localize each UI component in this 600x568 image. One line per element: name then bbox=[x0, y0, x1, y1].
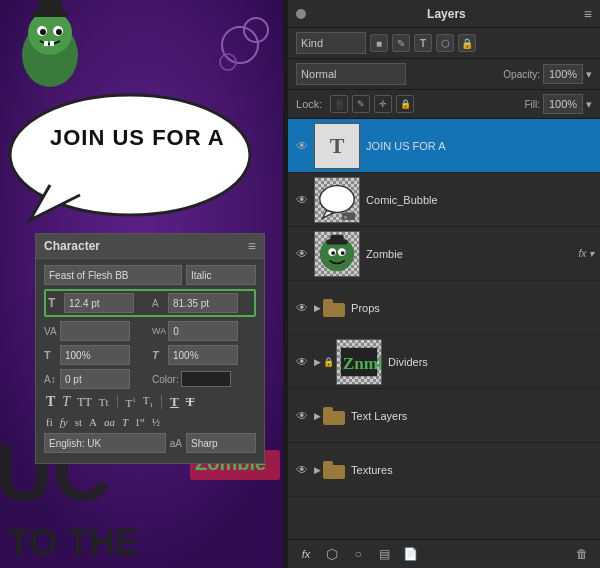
text-layers-expand-icon[interactable]: ▶ bbox=[314, 411, 321, 421]
create-new-icon[interactable]: 📄 bbox=[400, 544, 420, 564]
layer-visibility-join-us[interactable]: 👁 bbox=[294, 138, 310, 154]
sharpening-select[interactable]: Sharp bbox=[186, 433, 256, 453]
leading-group: A 81.35 pt bbox=[152, 293, 252, 313]
layer-textures[interactable]: 👁 ▶ Textures bbox=[288, 443, 600, 497]
layer-name-zombie: Zombie bbox=[366, 248, 574, 260]
filter-text-icon[interactable]: T bbox=[414, 34, 432, 52]
delete-layer-icon[interactable]: 🗑 bbox=[572, 544, 592, 564]
svg-point-11 bbox=[40, 29, 46, 35]
tracking-icon: VA bbox=[44, 326, 58, 337]
kerning-select[interactable]: 0 bbox=[168, 321, 238, 341]
vertical-scale-select[interactable]: 100% bbox=[60, 345, 130, 365]
ligature-buttons: fi fy st A aa T 1st ½ bbox=[44, 415, 256, 429]
text-layers-folder-icon bbox=[323, 407, 345, 425]
layer-zombie[interactable]: 👁 Zombie fx ▾ bbox=[288, 227, 600, 281]
baseline-select[interactable]: 0 pt bbox=[60, 369, 130, 389]
filter-shape-icon[interactable]: ⬡ bbox=[436, 34, 454, 52]
canvas-area: JOIN US FOR A UC TO THE Zombie Character… bbox=[0, 0, 283, 568]
layer-join-us[interactable]: 👁 T JOIN US FOR A bbox=[288, 119, 600, 173]
subscript-button[interactable]: T1 bbox=[141, 393, 155, 410]
font-size-select[interactable]: 12.4 pt bbox=[64, 293, 134, 313]
layers-kind-select[interactable]: Kind bbox=[296, 32, 366, 54]
dividers-thumb-svg: Znmbe bbox=[337, 339, 381, 385]
fraction-button[interactable]: ½ bbox=[150, 415, 162, 429]
add-adjustment-icon[interactable]: ○ bbox=[348, 544, 368, 564]
underline-button[interactable]: T bbox=[168, 393, 181, 411]
blend-mode-select[interactable]: Normal bbox=[296, 63, 406, 85]
dividers-expand-icon[interactable]: ▶ bbox=[314, 357, 321, 367]
size-leading-row: T 12.4 pt A 81.35 pt bbox=[44, 289, 256, 317]
opacity-chevron[interactable]: ▾ bbox=[586, 68, 592, 81]
dividers-lock-icon: 🔒 bbox=[323, 357, 334, 367]
button-separator-2 bbox=[161, 395, 162, 409]
layers-panel-title: Layers bbox=[309, 7, 584, 21]
italic-button[interactable]: T bbox=[60, 393, 72, 411]
leading-select[interactable]: 81.35 pt bbox=[168, 293, 238, 313]
aa-label: aA bbox=[170, 438, 182, 449]
ligature-st-button[interactable]: st bbox=[73, 415, 84, 429]
font-style-select[interactable]: Italic bbox=[186, 265, 256, 285]
kerning-group: WA 0 bbox=[152, 321, 256, 341]
vertical-scale-icon: T bbox=[44, 349, 58, 361]
add-mask-icon[interactable]: ⬡ bbox=[322, 544, 342, 564]
layer-visibility-text-layers[interactable]: 👁 bbox=[294, 408, 310, 424]
layer-visibility-props[interactable]: 👁 bbox=[294, 300, 310, 316]
ordinal-button[interactable]: 1st bbox=[133, 415, 147, 429]
layer-comic-bubble[interactable]: 👁 ■ Comic_Bubble bbox=[288, 173, 600, 227]
button-separator-1 bbox=[117, 395, 118, 409]
lock-position-icon[interactable]: ✛ bbox=[374, 95, 392, 113]
oldstyle-button[interactable]: A bbox=[87, 415, 99, 429]
titling-button[interactable]: T bbox=[120, 415, 130, 429]
character-panel-header: Character ≡ bbox=[36, 234, 264, 259]
strikethrough-button[interactable]: T bbox=[184, 393, 197, 411]
layer-visibility-textures[interactable]: 👁 bbox=[294, 462, 310, 478]
svg-text:■: ■ bbox=[344, 214, 348, 220]
layer-visibility-zombie[interactable]: 👁 bbox=[294, 246, 310, 262]
opacity-input[interactable] bbox=[543, 64, 583, 84]
color-swatch[interactable] bbox=[181, 371, 231, 387]
superscript-button[interactable]: T1 bbox=[124, 395, 138, 410]
layer-visibility-dividers[interactable]: 👁 bbox=[294, 354, 310, 370]
font-row: Feast of Flesh BB Italic bbox=[44, 265, 256, 285]
layer-dividers[interactable]: 👁 ▶ 🔒 Znmbe Dividers bbox=[288, 335, 600, 389]
filter-pixel-icon[interactable]: ■ bbox=[370, 34, 388, 52]
add-style-icon[interactable]: fx bbox=[296, 544, 316, 564]
opacity-group: Opacity: ▾ bbox=[503, 64, 592, 84]
font-family-select[interactable]: Feast of Flesh BB bbox=[44, 265, 182, 285]
svg-rect-14 bbox=[50, 41, 54, 46]
tracking-select[interactable] bbox=[60, 321, 130, 341]
layer-visibility-comic-bubble[interactable]: 👁 bbox=[294, 192, 310, 208]
create-group-icon[interactable]: ▤ bbox=[374, 544, 394, 564]
leading-icon: A bbox=[152, 298, 166, 309]
svg-rect-13 bbox=[44, 41, 48, 46]
character-panel-menu-icon[interactable]: ≡ bbox=[248, 238, 256, 254]
layers-panel-menu-icon[interactable]: ≡ bbox=[584, 6, 592, 22]
layer-props[interactable]: 👁 ▶ Props bbox=[288, 281, 600, 335]
all-caps-button[interactable]: TT bbox=[75, 394, 94, 411]
filter-adjustment-icon[interactable]: ✎ bbox=[392, 34, 410, 52]
svg-marker-24 bbox=[323, 210, 334, 218]
panel-close-button[interactable] bbox=[296, 9, 306, 19]
ligature-fi-button[interactable]: fi bbox=[44, 415, 55, 429]
lock-all-icon[interactable]: 🔒 bbox=[396, 95, 414, 113]
baseline-color-row: A↕ 0 pt Color: bbox=[44, 369, 256, 389]
alternates-button[interactable]: aa bbox=[102, 415, 117, 429]
fill-chevron[interactable]: ▾ bbox=[586, 98, 592, 111]
fill-input[interactable] bbox=[543, 94, 583, 114]
textures-expand-icon[interactable]: ▶ bbox=[314, 465, 321, 475]
lock-paint-icon[interactable]: ✎ bbox=[352, 95, 370, 113]
font-size-icon: T bbox=[48, 296, 62, 310]
language-select[interactable]: English: UK bbox=[44, 433, 166, 453]
layer-name-comic-bubble: Comic_Bubble bbox=[366, 194, 594, 206]
fill-label: Fill: bbox=[524, 99, 540, 110]
layer-thumb-zombie bbox=[314, 231, 360, 277]
props-expand-icon[interactable]: ▶ bbox=[314, 303, 321, 313]
ligature-fy-button[interactable]: fy bbox=[58, 415, 70, 429]
horizontal-scale-select[interactable]: 100% bbox=[168, 345, 238, 365]
lock-transparent-icon[interactable]: ░ bbox=[330, 95, 348, 113]
small-caps-button[interactable]: Tt bbox=[97, 395, 111, 409]
character-panel-body: Feast of Flesh BB Italic T 12.4 pt bbox=[36, 259, 264, 463]
layer-text-layers[interactable]: 👁 ▶ Text Layers bbox=[288, 389, 600, 443]
bold-button[interactable]: T bbox=[44, 393, 57, 411]
filter-smartobject-icon[interactable]: 🔒 bbox=[458, 34, 476, 52]
